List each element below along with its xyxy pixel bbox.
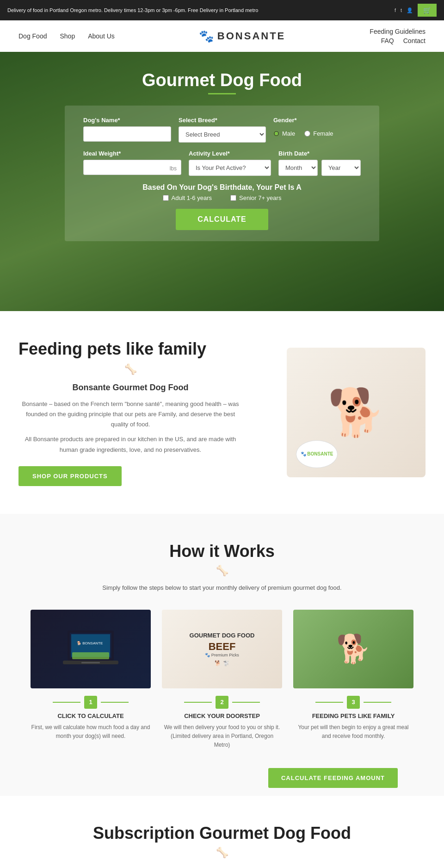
navbar: Dog Food Shop About Us 🐾 BONSANTE Feedin…	[0, 20, 444, 52]
dog-name-label: Dog's Name*	[83, 117, 171, 124]
about-heading: Feeding pets like family	[18, 339, 242, 359]
social-icons: f t 👤 🛒	[395, 4, 437, 17]
step-1-desc: First, we will calculate how much food a…	[31, 723, 151, 741]
step-1-num-row: 1	[31, 696, 151, 709]
how-section: How it Works 🦴 Simply follow the steps b…	[0, 514, 444, 796]
step-2: GOURMET DOG FOOD BEEF 🐾 Premium Picks 🐕 …	[162, 610, 282, 750]
step-3-desc: Your pet will then begin to enjoy a grea…	[293, 723, 413, 741]
step-2-desc: We will then delivery your food to you o…	[162, 723, 282, 750]
about-paragraph2: All Bonsante products are prepared in ou…	[18, 434, 242, 455]
age-adult-label[interactable]: Adult 1-6 years	[163, 194, 212, 201]
dog-name-group: Dog's Name*	[83, 117, 171, 143]
twitter-icon[interactable]: t	[401, 7, 402, 13]
step-3-line-right	[364, 702, 391, 703]
svg-rect-3	[72, 652, 109, 659]
activity-select[interactable]: Is Your Pet Active?	[189, 160, 271, 176]
step-3-title: FEEDING PETS LIKE FAMILY	[293, 712, 413, 719]
gender-label: Gender*	[273, 117, 361, 124]
step-3: 🐕 3 FEEDING PETS LIKE FAMILY Your pet wi…	[293, 610, 413, 750]
hero-section: Gourmet Dog Food Dog's Name* Select Bree…	[0, 52, 444, 311]
user-icon[interactable]: 👤	[407, 7, 413, 13]
step-2-num-row: 2	[162, 696, 282, 709]
nav-right: Feeding Guidelines FAQ Contact	[370, 28, 426, 44]
nav-about-us[interactable]: About Us	[88, 32, 115, 40]
activity-label: Activity Level*	[189, 150, 271, 157]
step-2-line-right	[232, 702, 260, 703]
age-senior-label[interactable]: Senior 7+ years	[230, 194, 281, 201]
svg-text:🐕 BONSANTE: 🐕 BONSANTE	[77, 641, 103, 645]
breed-select[interactable]: Select Breed	[179, 126, 266, 143]
weight-label: Ideal Weight*	[83, 150, 181, 157]
nav-left: Dog Food Shop About Us	[18, 32, 115, 40]
gender-female-radio[interactable]	[304, 131, 310, 137]
nav-feeding-guidelines[interactable]: Feeding Guidelines	[370, 28, 426, 35]
hero-underline	[208, 93, 236, 94]
top-bar: Delivery of food in Portland Oregon metr…	[0, 0, 444, 20]
step-1-line-left	[53, 702, 80, 703]
nav-contact[interactable]: Contact	[403, 37, 426, 44]
subscription-title: Subscription Gourmet Dog Food	[18, 824, 426, 843]
cart-button[interactable]: 🛒	[418, 4, 437, 17]
age-senior-checkbox[interactable]	[230, 195, 236, 201]
activity-group: Activity Level* Is Your Pet Active?	[189, 150, 271, 176]
step-1-number: 1	[84, 696, 97, 709]
logo[interactable]: 🐾 BONSANTE	[199, 29, 285, 44]
birthdate-label: Birth Date*	[278, 150, 361, 157]
step-3-num-row: 3	[293, 696, 413, 709]
about-bone-icon: 🦴	[18, 363, 242, 375]
birth-year-select[interactable]: Year	[321, 160, 361, 176]
nav-faq[interactable]: FAQ	[381, 37, 394, 44]
age-adult-checkbox[interactable]	[163, 195, 169, 201]
logo-text: BONSANTE	[217, 30, 285, 42]
about-subheading: Bonsante Gourmet Dog Food	[18, 383, 242, 393]
gender-group: Gender* Male Female	[273, 117, 361, 143]
birth-month-select[interactable]: Month	[278, 160, 318, 176]
food-bowl: 🐾 BONSANTE	[296, 440, 338, 468]
weight-input[interactable]	[83, 160, 181, 175]
birthdate-group: Birth Date* Month Year	[278, 150, 361, 176]
calculate-button[interactable]: CALCULATE	[176, 209, 268, 230]
about-image: 🐕 🐾 BONSANTE	[254, 348, 426, 477]
dog-name-input[interactable]	[83, 126, 171, 142]
step-1-image: 🐕 BONSANTE	[31, 610, 151, 688]
subscription-bone-icon: 🦴	[18, 847, 426, 859]
calculate-feeding-button[interactable]: CALCULATE FEEDING AMOUNT	[268, 768, 398, 788]
how-bone-icon: 🦴	[18, 565, 426, 577]
gender-female-label[interactable]: Female	[304, 130, 333, 137]
step-3-line-left	[315, 702, 343, 703]
step-1-line-right	[101, 702, 129, 703]
about-section: Feeding pets like family 🦴 Bonsante Gour…	[0, 311, 444, 514]
step-2-line-left	[184, 702, 212, 703]
how-subtitle: Simply follow the steps below to start y…	[18, 584, 426, 591]
age-result-text: Based On Your Dog's Birthdate, Your Pet …	[83, 183, 361, 192]
gender-male-label[interactable]: Male	[273, 130, 295, 137]
breed-group: Select Breed* Select Breed	[179, 117, 266, 143]
form-row-1: Dog's Name* Select Breed* Select Breed G…	[83, 117, 361, 143]
form-row-2: Ideal Weight* lbs Activity Level* Is You…	[83, 150, 361, 176]
step-1-title: CLICK TO CALCULATE	[31, 712, 151, 719]
nav-dog-food[interactable]: Dog Food	[18, 32, 47, 40]
facebook-icon[interactable]: f	[395, 7, 396, 13]
shop-products-button[interactable]: SHOP OUR PRODUCTS	[18, 466, 122, 486]
step-1: 🐕 BONSANTE 1 CLICK TO CALCULATE First, w…	[31, 610, 151, 750]
age-options: Adult 1-6 years Senior 7+ years	[83, 194, 361, 201]
about-paragraph1: Bonsante – based on the French term "bon…	[18, 399, 242, 430]
hero-content: Gourmet Dog Food Dog's Name* Select Bree…	[0, 70, 444, 241]
subscription-section: Subscription Gourmet Dog Food 🦴 🍖 🐾	[0, 796, 444, 868]
gender-options: Male Female	[273, 130, 361, 140]
logo-paw-icon: 🐾	[199, 29, 214, 44]
step-2-number: 2	[216, 696, 228, 709]
hero-title: Gourmet Dog Food	[142, 70, 302, 90]
birthdate-row: Month Year	[278, 160, 361, 176]
nav-shop[interactable]: Shop	[60, 32, 75, 40]
step-3-number: 3	[347, 696, 360, 709]
step-2-image: GOURMET DOG FOOD BEEF 🐾 Premium Picks 🐕 …	[162, 610, 282, 688]
step-3-image: 🐕	[293, 610, 413, 688]
breed-label: Select Breed*	[179, 117, 266, 124]
steps-row: 🐕 BONSANTE 1 CLICK TO CALCULATE First, w…	[18, 610, 426, 750]
gender-male-radio[interactable]	[273, 131, 279, 137]
delivery-message: Delivery of food in Portland Oregon metr…	[7, 7, 258, 13]
weight-suffix: lbs	[170, 165, 177, 172]
weight-group: Ideal Weight* lbs	[83, 150, 181, 176]
how-title: How it Works	[18, 542, 426, 561]
